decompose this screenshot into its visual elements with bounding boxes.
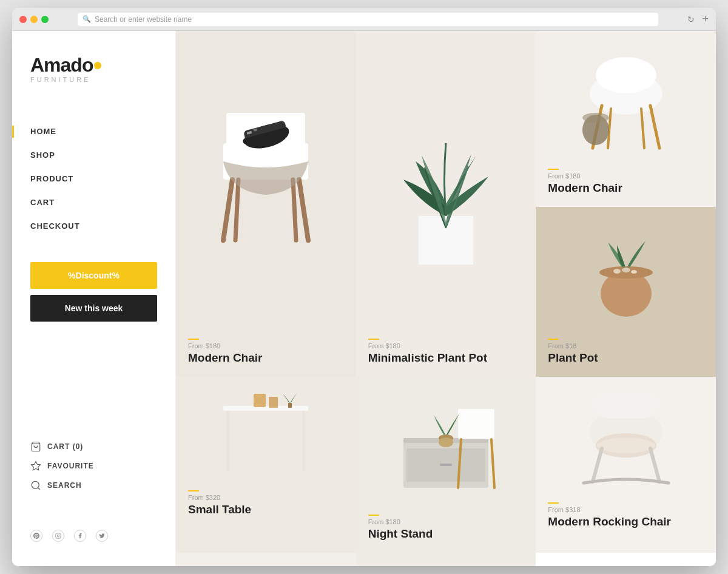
svg-point-2 bbox=[32, 481, 39, 488]
rocking-chair-svg bbox=[571, 385, 681, 494]
product-card-metallic-chair[interactable]: From $318 Metallic Chair bbox=[356, 553, 536, 566]
svg-rect-33 bbox=[223, 406, 308, 411]
svg-rect-35 bbox=[302, 411, 305, 471]
svg-line-11 bbox=[235, 180, 238, 240]
favourite-label: FAVOURITE bbox=[47, 462, 94, 470]
table-svg bbox=[211, 388, 320, 479]
address-bar[interactable]: 🔍 Search or enter website name bbox=[78, 13, 658, 26]
product-price: From $318 bbox=[548, 506, 704, 513]
search-link[interactable]: SEARCH bbox=[30, 480, 157, 491]
product-card-home-deco[interactable]: From $318 Home Deco bbox=[176, 553, 356, 566]
browser-window: 🔍 Search or enter website name ↻ + Amado… bbox=[12, 8, 716, 566]
sidebar-item-shop[interactable]: SHOP bbox=[30, 143, 157, 167]
plant-svg bbox=[379, 95, 513, 277]
home-deco-svg bbox=[217, 564, 314, 567]
sidebar-item-product[interactable]: PRODUCT bbox=[30, 167, 157, 191]
browser-toolbar: 🔍 Search or enter website name ↻ + bbox=[12, 8, 716, 31]
svg-point-31 bbox=[622, 268, 630, 272]
promo-buttons: %Discount% New this week bbox=[30, 262, 157, 322]
svg-line-45 bbox=[491, 439, 494, 488]
svg-point-5 bbox=[57, 535, 59, 536]
svg-rect-34 bbox=[226, 411, 229, 471]
product-price: From $180 bbox=[368, 342, 524, 349]
svg-line-51 bbox=[593, 448, 602, 482]
svg-line-52 bbox=[650, 448, 659, 482]
svg-line-10 bbox=[299, 180, 308, 240]
svg-line-12 bbox=[293, 180, 296, 240]
product-card-modern-chair[interactable]: From $180 Modern Chair bbox=[176, 31, 356, 377]
maximize-button[interactable] bbox=[41, 16, 49, 23]
traffic-lights bbox=[19, 16, 49, 23]
new-tab-button[interactable]: + bbox=[702, 13, 709, 25]
product-price: From $18 bbox=[548, 342, 704, 349]
sidebar-item-checkout[interactable]: CHECKOUT bbox=[30, 214, 157, 238]
logo-dot bbox=[94, 62, 101, 69]
product-info-modern-chair: From $180 Modern Chair bbox=[176, 329, 356, 377]
chair-svg bbox=[205, 107, 326, 265]
product-name: Plant Pot bbox=[548, 351, 704, 365]
logo-name: Amado bbox=[30, 55, 157, 75]
product-card-night-stand[interactable]: From $180 Night Stand bbox=[356, 377, 536, 553]
search-label: SEARCH bbox=[47, 481, 82, 490]
svg-line-22 bbox=[650, 106, 659, 148]
product-name: Minimalistic Plant Pot bbox=[368, 351, 524, 365]
svg-point-32 bbox=[631, 270, 637, 274]
svg-marker-1 bbox=[32, 462, 41, 470]
svg-rect-43 bbox=[458, 409, 494, 439]
product-info-plant-pot-big: From $180 Minimalistic Plant Pot bbox=[356, 329, 536, 377]
twitter-icon[interactable] bbox=[96, 530, 108, 542]
svg-rect-42 bbox=[440, 464, 452, 466]
product-name: Small Table bbox=[188, 503, 344, 516]
product-name: Night Stand bbox=[368, 527, 524, 541]
product-card-plant-pot-small[interactable]: From $18 Plant Pot bbox=[536, 207, 716, 377]
logo: Amado FURNITURE bbox=[30, 55, 157, 83]
product-price: From $180 bbox=[188, 342, 344, 349]
cart-icon bbox=[30, 441, 41, 452]
product-card-white-chair[interactable]: From $180 Modern Chair bbox=[536, 31, 716, 207]
new-this-week-button[interactable]: New this week bbox=[30, 295, 157, 322]
social-icons bbox=[30, 518, 157, 542]
discount-button[interactable]: %Discount% bbox=[30, 262, 157, 289]
sidebar-item-cart[interactable]: CART bbox=[30, 191, 157, 214]
minimize-button[interactable] bbox=[30, 16, 38, 23]
refresh-button[interactable]: ↻ bbox=[687, 15, 695, 24]
svg-line-24 bbox=[641, 109, 644, 148]
close-button[interactable] bbox=[19, 16, 27, 23]
product-price: From $180 bbox=[548, 172, 704, 180]
product-grid: From $180 Modern Chair bbox=[176, 31, 716, 566]
cart-label: CART (0) bbox=[47, 442, 83, 451]
svg-point-20 bbox=[596, 57, 656, 93]
svg-point-30 bbox=[613, 269, 621, 274]
svg-line-3 bbox=[38, 487, 39, 489]
nightstand-svg bbox=[391, 391, 500, 500]
product-card-small-table[interactable]: From $320 Small Table bbox=[176, 377, 356, 553]
favourite-icon bbox=[30, 461, 41, 471]
white-chair-svg bbox=[571, 45, 681, 154]
navigation-menu: HOME SHOP PRODUCT CART CHECKOUT bbox=[30, 120, 157, 238]
favourite-link[interactable]: FAVOURITE bbox=[30, 461, 157, 471]
instagram-icon[interactable] bbox=[52, 530, 64, 542]
pinterest-icon[interactable] bbox=[30, 530, 42, 542]
cart-link[interactable]: CART (0) bbox=[30, 441, 157, 452]
svg-rect-37 bbox=[269, 397, 278, 408]
small-plant-svg bbox=[584, 224, 669, 321]
sidebar: Amado FURNITURE HOME SHOP PRODUCT CART C… bbox=[12, 31, 176, 566]
svg-rect-38 bbox=[288, 403, 292, 408]
sidebar-bottom: CART (0) FAVOURITE SEARCH bbox=[30, 441, 157, 542]
metallic-chair-svg bbox=[391, 561, 500, 567]
product-name: Modern Chair bbox=[188, 351, 344, 365]
sidebar-item-home[interactable]: HOME bbox=[30, 120, 157, 143]
svg-rect-49 bbox=[593, 391, 659, 418]
facebook-icon[interactable] bbox=[74, 530, 86, 542]
search-icon: 🔍 bbox=[83, 15, 91, 23]
product-name: Modern Chair bbox=[548, 181, 704, 195]
search-icon bbox=[30, 480, 41, 491]
main-content: From $180 Modern Chair bbox=[176, 31, 716, 566]
app-container: Amado FURNITURE HOME SHOP PRODUCT CART C… bbox=[12, 31, 716, 566]
svg-line-9 bbox=[223, 180, 232, 240]
svg-point-26 bbox=[582, 113, 609, 123]
product-card-plant-pot-big[interactable]: From $180 Minimalistic Plant Pot bbox=[356, 31, 536, 377]
logo-subtitle: FURNITURE bbox=[30, 76, 157, 83]
product-card-rocking-chair[interactable]: From $318 Modern Rocking Chair bbox=[536, 377, 716, 553]
address-text: Search or enter website name bbox=[95, 15, 192, 24]
